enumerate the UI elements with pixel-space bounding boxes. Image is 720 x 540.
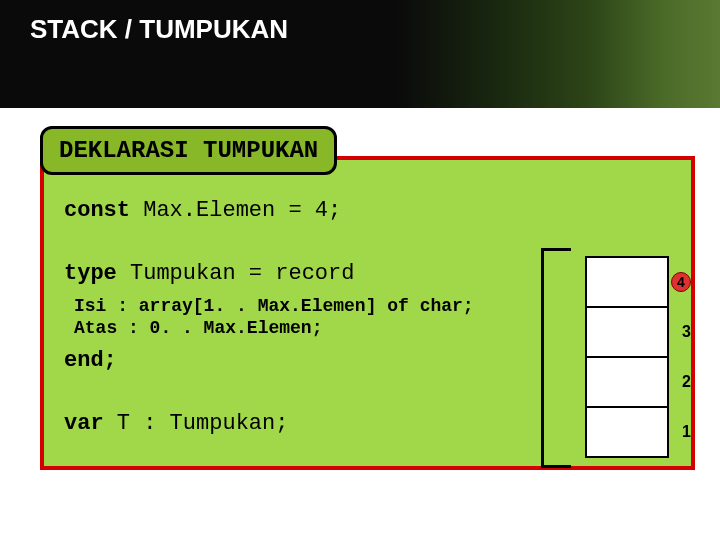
code-line: var T : Tumpukan; [64, 411, 671, 436]
keyword-const: const [64, 198, 130, 223]
stack-cell: 2 [585, 356, 669, 408]
code-line: const Max.Elemen = 4; [64, 198, 671, 223]
code-line: end; [64, 348, 671, 373]
code-text: Max.Elemen = 4; [130, 198, 341, 223]
keyword-type: type [64, 261, 117, 286]
stack-label: 2 [682, 373, 691, 391]
stack-label-bubble: 4 [671, 272, 691, 292]
keyword-var: var [64, 411, 104, 436]
code-line: Atas : 0. . Max.Elemen; [64, 318, 671, 338]
content-area: DEKLARASI TUMPUKAN const Max.Elemen = 4;… [0, 108, 720, 470]
section-chip: DEKLARASI TUMPUKAN [40, 126, 337, 175]
stack-label: 1 [682, 423, 691, 441]
stack-label: 3 [682, 323, 691, 341]
code-line: type Tumpukan = record [64, 261, 671, 286]
page-title: STACK / TUMPUKAN [30, 14, 720, 45]
code-text: Tumpukan = record [117, 261, 355, 286]
stack-cell: 1 [585, 406, 669, 458]
header-band: STACK / TUMPUKAN [0, 0, 720, 108]
keyword-end: end; [64, 348, 117, 373]
code-text: T : Tumpukan; [104, 411, 289, 436]
stack-cell: 4 [585, 256, 669, 308]
bracket-icon [541, 248, 571, 468]
stack-visual: 4 3 2 1 [585, 258, 669, 458]
code-line: Isi : array[1. . Max.Elemen] of char; [64, 296, 671, 316]
code-box: const Max.Elemen = 4; type Tumpukan = re… [40, 156, 695, 470]
stack-cell: 3 [585, 306, 669, 358]
